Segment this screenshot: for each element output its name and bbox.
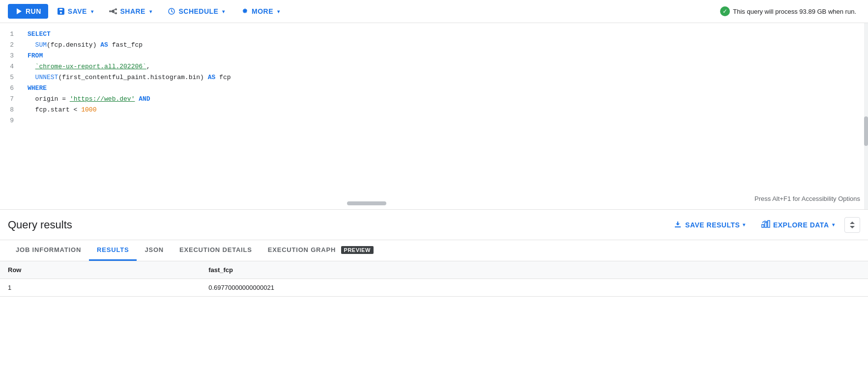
save-label: SAVE — [68, 7, 87, 15]
save-results-icon — [673, 220, 682, 230]
svg-rect-10 — [768, 221, 770, 227]
svg-point-4 — [115, 12, 117, 14]
results-actions: SAVE RESULTS ▾ EXPLORE DATA ▾ — [667, 216, 860, 234]
table-row: 1 0.69770000000000021 — [0, 279, 868, 297]
code-line-4: `chrome-ux-report.all.202206`, — [28, 61, 860, 72]
save-button[interactable]: SAVE ▾ — [50, 4, 101, 19]
explore-data-label: EXPLORE DATA — [773, 221, 829, 229]
save-icon — [57, 7, 65, 15]
accessibility-hint: Press Alt+F1 for Accessibility Options — [754, 195, 860, 202]
more-button[interactable]: MORE ▾ — [234, 4, 287, 19]
tab-execution-details-label: EXECUTION DETAILS — [179, 246, 252, 253]
tab-job-information[interactable]: JOB INFORMATION — [8, 240, 89, 261]
schedule-icon — [168, 7, 175, 15]
table-header-row: Row fast_fcp — [0, 261, 868, 279]
save-results-dropdown-arrow: ▾ — [743, 222, 746, 227]
check-icon: ✓ — [720, 6, 730, 16]
preview-badge: PREVIEW — [341, 246, 374, 254]
cell-empty — [760, 279, 868, 297]
run-button[interactable]: RUN — [8, 4, 48, 19]
play-icon — [15, 7, 23, 15]
query-info-text: This query will process 93.89 GB when ru… — [733, 8, 856, 15]
col-header-row: Row — [0, 261, 201, 279]
code-line-7: origin = 'https://web.dev' AND — [28, 94, 860, 105]
more-dropdown-arrow: ▾ — [277, 9, 280, 14]
save-results-label: SAVE RESULTS — [685, 221, 740, 229]
explore-data-dropdown-arrow: ▾ — [832, 222, 835, 227]
share-dropdown-arrow: ▾ — [149, 9, 152, 14]
schedule-label: SCHEDULE — [178, 7, 218, 15]
code-line-2: SUM(fcp.density) AS fast_fcp — [28, 40, 860, 51]
code-line-1: SELECT — [28, 29, 860, 40]
share-label: SHARE — [120, 7, 145, 15]
expand-button[interactable] — [844, 217, 860, 233]
tab-results[interactable]: RESULTS — [89, 240, 137, 261]
tab-json-label: JSON — [145, 246, 164, 253]
code-line-6: WHERE — [28, 83, 860, 94]
explore-data-button[interactable]: EXPLORE DATA ▾ — [755, 216, 840, 234]
svg-rect-8 — [762, 224, 764, 227]
results-header: Query results SAVE RESULTS ▾ EXPLORE DAT… — [0, 210, 868, 240]
run-label: RUN — [26, 7, 41, 15]
svg-point-3 — [115, 8, 117, 10]
tab-execution-graph-label: EXECUTION GRAPH — [268, 246, 336, 253]
code-editor[interactable]: 1 2 3 4 5 6 7 8 9 SELECT SUM(fcp.density… — [0, 23, 868, 210]
more-label: MORE — [252, 7, 273, 15]
col-header-fast-fcp: fast_fcp — [201, 261, 760, 279]
tab-execution-details[interactable]: EXECUTION DETAILS — [172, 240, 260, 261]
code-line-8: fcp.start < 1000 — [28, 105, 860, 115]
cell-row-number: 1 — [0, 279, 201, 297]
gear-icon — [241, 7, 249, 15]
svg-rect-9 — [765, 223, 767, 227]
share-button[interactable]: SHARE ▾ — [102, 4, 159, 19]
code-line-5: UNNEST(first_contentful_paint.histogram.… — [28, 72, 860, 83]
save-dropdown-arrow: ▾ — [91, 9, 94, 14]
schedule-dropdown-arrow: ▾ — [222, 9, 225, 14]
code-block: 1 2 3 4 5 6 7 8 9 SELECT SUM(fcp.density… — [0, 23, 868, 132]
explore-data-icon — [761, 220, 770, 230]
query-info: ✓ This query will process 93.89 GB when … — [720, 6, 856, 16]
line-numbers: 1 2 3 4 5 6 7 8 9 — [0, 29, 20, 126]
svg-marker-0 — [17, 8, 22, 14]
tab-execution-graph[interactable]: EXECUTION GRAPH PREVIEW — [260, 240, 381, 261]
save-results-button[interactable]: SAVE RESULTS ▾ — [667, 216, 752, 234]
results-table: Row fast_fcp 1 0.69770000000000021 — [0, 261, 868, 297]
code-line-3: FROM — [28, 51, 860, 61]
svg-point-2 — [109, 10, 111, 12]
cell-fast-fcp: 0.69770000000000021 — [201, 279, 760, 297]
tab-results-label: RESULTS — [97, 246, 129, 253]
code-content: SELECT SUM(fcp.density) AS fast_fcp FROM… — [20, 29, 868, 126]
schedule-button[interactable]: SCHEDULE ▾ — [161, 4, 232, 19]
results-section: Query results SAVE RESULTS ▾ EXPLORE DAT… — [0, 210, 868, 297]
scrollbar-thumb[interactable] — [864, 116, 868, 146]
results-title: Query results — [8, 219, 667, 231]
tab-job-information-label: JOB INFORMATION — [16, 246, 81, 253]
tabs-bar: JOB INFORMATION RESULTS JSON EXECUTION D… — [0, 240, 868, 261]
scrollbar-track — [864, 23, 868, 209]
tab-json[interactable]: JSON — [137, 240, 172, 261]
horizontal-scrollbar[interactable] — [347, 201, 386, 205]
code-line-9 — [28, 115, 860, 126]
share-icon — [109, 7, 117, 15]
toolbar: RUN SAVE ▾ SHARE ▾ SCHEDULE ▾ MORE ▾ ✓ T… — [0, 0, 868, 23]
col-header-empty — [760, 261, 868, 279]
